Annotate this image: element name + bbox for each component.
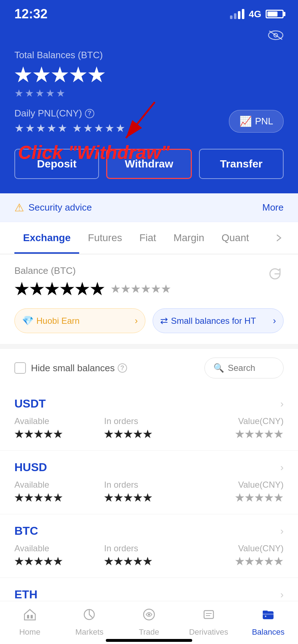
hide-small-help-icon[interactable]: ? [118, 363, 127, 373]
asset-name-btc: BTC [14, 524, 38, 538]
usdt-chevron-icon: › [280, 398, 284, 410]
asset-name-eth: ETH [14, 588, 37, 601]
home-icon [22, 607, 37, 625]
nav-item-balances[interactable]: Balances [247, 607, 290, 637]
asset-item-usdt[interactable]: USDT › Available ★★★★★ In orders ★★★★★ V… [0, 387, 298, 451]
markets-icon [82, 607, 97, 625]
daily-pnl-row: Daily PNL(CNY) ? ★★★★★ ★★★★★ 📈 PNL [14, 108, 284, 134]
search-icon: 🔍 [213, 363, 224, 373]
derivatives-icon [201, 607, 216, 625]
signal-bars-icon [230, 9, 244, 19]
nav-label-markets: Markets [75, 627, 103, 637]
svg-point-8 [148, 613, 150, 616]
pnl-stars: ★★★★★ ★★★★★ [14, 122, 126, 134]
hide-small-balances-row: Hide small balances ? [14, 362, 127, 374]
balance-stars-sub: ★★★★★ [14, 87, 284, 99]
more-link[interactable]: More [262, 202, 284, 213]
hide-small-label: Hide small balances ? [31, 363, 127, 374]
pnl-chart-icon: 📈 [239, 115, 252, 127]
husd-value-amount: ★★★★★ [194, 492, 284, 504]
refresh-icon[interactable] [266, 265, 284, 286]
exchange-section: Balance (BTC) ★★★★★★ ★★★★★★ 💎 Huobi Earn… [0, 254, 298, 344]
eye-icon[interactable] [268, 29, 284, 44]
balance-stars-ex: ★★★★★★ [14, 280, 105, 298]
security-advice-label: Security advice [28, 202, 92, 213]
svg-rect-5 [31, 615, 33, 618]
nav-item-markets[interactable]: Markets [68, 607, 111, 637]
small-balances-button[interactable]: ⇄ Small balances for HT › [153, 308, 284, 333]
asset-name-husd: HUSD [14, 461, 47, 474]
nav-label-balances: Balances [252, 627, 285, 637]
usdt-available-value: ★★★★★ [14, 428, 104, 440]
exchange-balance-info: Balance (BTC) ★★★★★★ ★★★★★★ [14, 265, 171, 298]
withdraw-button[interactable]: Withdraw [106, 149, 191, 179]
nav-item-derivatives[interactable]: Derivatives [187, 607, 230, 637]
header-section: Total Balances (BTC) ★★★★★ ★★★★★ Daily P… [0, 25, 298, 149]
btc-value-label: Value(CNY) [194, 543, 284, 553]
btc-orders-value: ★★★★★ [104, 556, 194, 567]
section-divider [0, 344, 298, 349]
btc-available-value: ★★★★★ [14, 556, 104, 567]
exchange-balance-stars: ★★★★★★ ★★★★★★ [14, 280, 171, 298]
nav-label-home: Home [19, 627, 40, 637]
trade-icon [141, 607, 157, 625]
eth-chevron-icon: › [280, 589, 284, 601]
battery-icon [266, 10, 284, 18]
earn-chevron-icon: › [135, 315, 138, 326]
tab-margin[interactable]: Margin [165, 222, 213, 254]
tabs-container: Exchange Futures Fiat Margin Quant [0, 222, 298, 254]
diamond-icon: 💎 [22, 315, 33, 326]
nav-item-home[interactable]: Home [8, 607, 51, 637]
usdt-orders-value: ★★★★★ [104, 428, 194, 440]
small-balances-chevron-icon: › [273, 315, 276, 326]
hide-small-checkbox[interactable] [14, 362, 26, 374]
tab-quant[interactable]: Quant [213, 222, 258, 254]
husd-available-value: ★★★★★ [14, 492, 104, 504]
nav-label-trade: Trade [139, 627, 159, 637]
usdt-value-label: Value(CNY) [194, 416, 284, 426]
tab-more-icon[interactable] [274, 233, 284, 243]
husd-orders-label: In orders [104, 480, 194, 490]
svg-rect-4 [27, 615, 29, 618]
tab-exchange[interactable]: Exchange [14, 222, 79, 254]
usdt-available-label: Available [14, 416, 104, 426]
asset-name-usdt: USDT [14, 397, 46, 410]
nav-label-derivatives: Derivatives [189, 627, 228, 637]
warning-icon: ⚠ [14, 201, 24, 214]
action-buttons-section: Deposit Withdraw Transfer Click "Withdra… [0, 149, 298, 193]
husd-chevron-icon: › [280, 462, 284, 473]
network-label: 4G [249, 9, 261, 20]
usdt-orders-label: In orders [104, 416, 194, 426]
tab-fiat[interactable]: Fiat [131, 222, 165, 254]
convert-icon: ⇄ [160, 315, 168, 326]
search-input[interactable] [228, 363, 275, 373]
transfer-button[interactable]: Transfer [199, 149, 284, 179]
asset-item-husd[interactable]: HUSD › Available ★★★★★ In orders ★★★★★ V… [0, 451, 298, 514]
daily-pnl-label: Daily PNL(CNY) ? [14, 108, 126, 119]
huobi-earn-button[interactable]: 💎 Huobi Earn › [14, 308, 145, 333]
husd-value-label: Value(CNY) [194, 480, 284, 490]
security-left: ⚠ Security advice [14, 201, 92, 214]
deposit-button[interactable]: Deposit [14, 149, 99, 179]
btc-value-amount: ★★★★★ [194, 556, 284, 567]
nav-item-trade[interactable]: Trade [127, 607, 171, 637]
tab-futures[interactable]: Futures [79, 222, 131, 254]
svg-point-15 [265, 616, 266, 617]
help-icon[interactable]: ? [85, 109, 94, 118]
husd-available-label: Available [14, 480, 104, 490]
husd-orders-value: ★★★★★ [104, 492, 194, 504]
balance-value-main: ★★★★★ [14, 64, 284, 86]
asset-list: USDT › Available ★★★★★ In orders ★★★★★ V… [0, 387, 298, 617]
exchange-balance-label: Balance (BTC) [14, 265, 171, 276]
bottom-nav: Home Markets Trade Derivatives Balances [0, 601, 298, 644]
promo-row: 💎 Huobi Earn › ⇄ Small balances for HT › [14, 308, 284, 333]
asset-item-btc[interactable]: BTC › Available ★★★★★ In orders ★★★★★ Va… [0, 514, 298, 578]
search-box[interactable]: 🔍 [204, 358, 284, 378]
home-indicator [106, 639, 192, 642]
status-icons: 4G [230, 9, 284, 20]
visibility-toggle-wrapper[interactable] [14, 29, 284, 44]
daily-pnl-left: Daily PNL(CNY) ? ★★★★★ ★★★★★ [14, 108, 126, 134]
pnl-button[interactable]: 📈 PNL [229, 110, 284, 133]
btc-available-label: Available [14, 543, 104, 553]
total-balances-label: Total Balances (BTC) [14, 50, 284, 61]
